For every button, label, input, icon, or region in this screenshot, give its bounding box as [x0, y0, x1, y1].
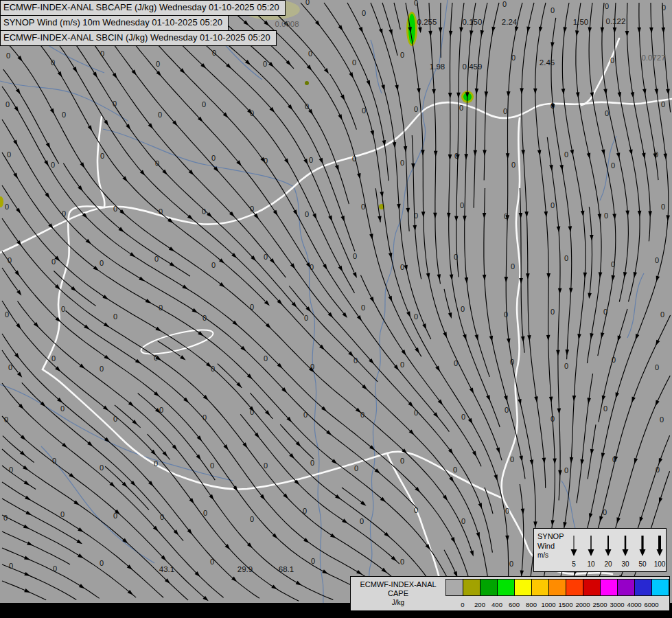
- index-value-zero: 0: [454, 359, 458, 367]
- wind-speed-arrows: 510203050100: [566, 530, 666, 571]
- index-value-zero: 0: [400, 360, 404, 369]
- index-value-zero: 0: [605, 2, 609, 10]
- index-value-zero: 0: [250, 303, 254, 311]
- wind-legend-labels: SYNOP Wind m/s: [537, 531, 564, 560]
- index-value-zero: 0: [158, 111, 162, 119]
- index-value-zero: 0: [202, 413, 207, 422]
- wind-arrowhead-icon: [571, 549, 577, 556]
- index-value-zero: 0: [211, 365, 215, 373]
- index-value-zero: 0: [159, 207, 163, 216]
- index-value-zero: 0: [9, 562, 13, 570]
- index-value-zero: 0: [660, 415, 664, 424]
- index-value-zero: 0: [360, 411, 364, 419]
- index-value-zero: 0: [159, 304, 163, 312]
- index-value-zero: 0: [6, 52, 10, 60]
- index-value-zero: 0: [264, 461, 268, 470]
- index-value-zero: 0: [159, 406, 163, 414]
- weather-map-screen: 0000000000000000000000000000000000000000…: [0, 0, 672, 618]
- cape-tick-label: 600: [509, 601, 520, 608]
- index-value-zero: 0: [160, 513, 164, 521]
- cape-color-cell: [498, 580, 515, 596]
- cape-color-cell: [515, 580, 532, 596]
- index-value-zero: 0: [414, 506, 418, 514]
- index-value-zero: 0: [250, 515, 254, 523]
- cape-tick-label: 1000: [541, 601, 555, 608]
- wind-arrowhead-icon: [657, 549, 663, 556]
- index-value-zero: 0: [8, 363, 12, 371]
- index-value-zero: 0: [3, 514, 8, 522]
- wind-speed-label: 50: [638, 560, 647, 568]
- cape-tick-label: 2000: [575, 601, 590, 608]
- index-value-zero: 0: [510, 358, 514, 366]
- index-value: 0.459: [463, 62, 483, 71]
- index-value-zero: 0: [551, 102, 555, 110]
- map-canvas: 0000000000000000000000000000000000000000…: [0, 0, 672, 618]
- cape-color-cell: [652, 580, 669, 596]
- cape-color-cell: [635, 580, 652, 596]
- index-value-zero: 0: [62, 209, 66, 218]
- cape-legend-subtitle: CAPE: [388, 589, 408, 598]
- wind-speed-label: 30: [621, 560, 629, 568]
- index-value-zero: 0: [51, 58, 55, 67]
- index-value-zero: 0: [656, 466, 660, 474]
- index-value-zero: 0: [504, 310, 508, 319]
- index-value-zero: 0: [661, 100, 665, 108]
- index-value-zero: 0: [400, 51, 404, 59]
- index-value-zero: 0: [551, 6, 555, 14]
- index-value-zero: 0: [459, 104, 463, 112]
- cape-tick-label: 2500: [592, 601, 607, 608]
- index-value-zero: 0: [203, 509, 207, 517]
- cape-tick-label: 1500: [558, 601, 572, 608]
- index-value: 68.1: [279, 565, 294, 573]
- index-value-zero: 0: [52, 457, 56, 465]
- index-value-zero: 0: [511, 161, 515, 169]
- index-value-zero: 0: [304, 314, 308, 322]
- index-value-zero: 0: [611, 260, 615, 268]
- wind-legend: SYNOP Wind m/s 510203050100: [533, 528, 667, 572]
- cape-tick-label: 400: [491, 601, 502, 608]
- index-value: 1.50: [573, 18, 588, 26]
- index-value-zero: 0: [414, 312, 418, 321]
- cape-tick-label: 800: [526, 601, 537, 608]
- index-value-zero: 0: [155, 159, 159, 168]
- index-value-zero: 0: [655, 256, 659, 264]
- index-value-zero: 0: [610, 56, 614, 65]
- index-value-zero: 0: [310, 363, 314, 371]
- index-value-zero: 0: [154, 354, 158, 362]
- index-value-zero: 0: [210, 558, 214, 566]
- index-value-zero: 0: [551, 308, 555, 316]
- index-value-zero: 0: [660, 310, 664, 319]
- index-value-zero: 0: [503, 107, 507, 115]
- index-value-zero: 0: [414, 211, 418, 220]
- index-value-zero: 0: [510, 455, 514, 464]
- index-value-zero: 0: [202, 314, 207, 322]
- cape-color-cell: [618, 580, 635, 596]
- index-value-zero: 0: [655, 363, 659, 371]
- cape-colorbar: 0200400600800100015002000250030004000600…: [445, 577, 669, 610]
- index-value: 0.0727: [641, 54, 665, 62]
- index-value-zero: 0: [461, 413, 465, 421]
- wind-legend-subtitle: Wind: [537, 541, 564, 551]
- index-value: 2.45: [540, 58, 555, 67]
- index-value-zero: 0: [551, 415, 555, 423]
- index-value-zero: 0: [400, 263, 404, 271]
- index-value-zero: 0: [353, 252, 357, 260]
- index-value-zero: 0: [564, 466, 568, 474]
- index-value-zero: 0: [654, 150, 658, 159]
- index-value-zero: 0: [212, 49, 216, 57]
- index-value-zero: 0: [502, 0, 507, 8]
- index-value-zero: 0: [8, 256, 12, 264]
- index-value-zero: 0: [113, 205, 117, 213]
- index-value-zero: 0: [361, 203, 365, 211]
- index-value-zero: 0: [113, 415, 117, 423]
- index-value-zero: 0: [60, 510, 65, 518]
- cape-color-cell: [480, 580, 498, 596]
- title-synop-wind: SYNOP Wind (m/s) 10m Wednesday 01-10-202…: [0, 15, 229, 31]
- cape-legend-unit: J/kg: [392, 598, 404, 607]
- index-value-zero: 0: [564, 150, 568, 159]
- title-sbcin: ECMWF-INDEX-ANAL SBCIN (J/kg) Wednesday …: [0, 30, 277, 46]
- index-value-zero: 0: [453, 466, 457, 474]
- index-value-zero: 0: [604, 211, 608, 220]
- index-value-zero: 0: [605, 109, 609, 117]
- index-value-zero: 0: [4, 415, 8, 424]
